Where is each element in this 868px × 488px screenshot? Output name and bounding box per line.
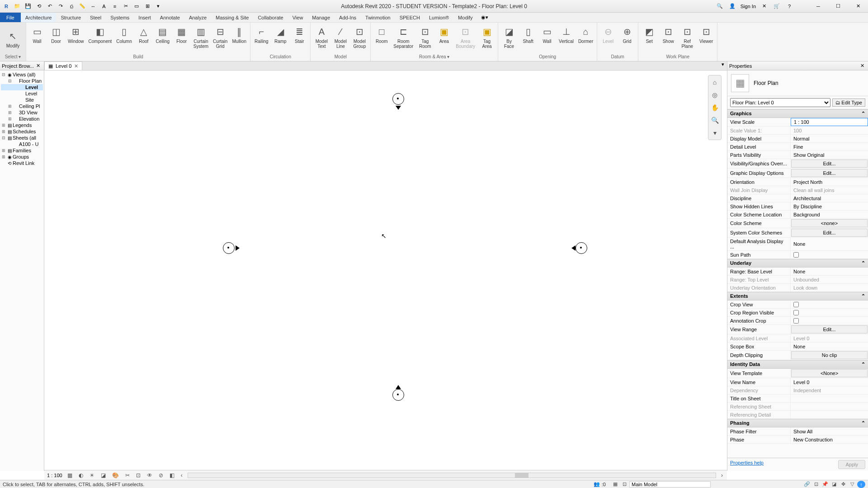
scale-label[interactable]: 1 : 100	[47, 473, 62, 478]
collapse-icon[interactable]: ⌃	[861, 293, 865, 299]
exchange-icon[interactable]: ✕	[760, 2, 769, 11]
component-button[interactable]: ◧Component	[87, 23, 114, 45]
prop-value[interactable]: Normal	[791, 135, 868, 142]
tag-area-button[interactable]: ▣Tag Area	[478, 23, 496, 50]
window-button[interactable]: ⊞Window	[66, 23, 86, 45]
horizontal-scrollbar[interactable]	[188, 473, 716, 478]
by-face-button[interactable]: ◪By Face	[500, 23, 518, 50]
collapse-icon[interactable]: ⌃	[861, 111, 865, 117]
expand-icon[interactable]: ⊞	[7, 104, 13, 108]
elevation-marker-north[interactable]	[392, 93, 404, 105]
prop-value[interactable]: Fine	[791, 143, 868, 150]
nav-zoom-icon[interactable]: 🔍	[710, 115, 720, 125]
expand-icon[interactable]: ⊞	[1, 129, 6, 134]
tag-room-button[interactable]: ⊡Tag Room	[416, 23, 434, 50]
curtain-system-button[interactable]: ▥Curtain System	[192, 23, 210, 50]
tree-item[interactable]: ⊞▤Families	[1, 147, 43, 154]
area-button[interactable]: ▣Area	[435, 23, 453, 45]
tab-collaborate[interactable]: Collaborate	[253, 13, 288, 22]
floor-button[interactable]: ▦Floor	[173, 23, 191, 45]
unhide-icon[interactable]: 👁	[146, 472, 154, 479]
model-line-button[interactable]: ∕Model Line	[331, 23, 349, 50]
column-button[interactable]: ▯Column	[114, 23, 133, 45]
tab-speech[interactable]: SPEECH	[395, 13, 425, 22]
minimize-button[interactable]: ─	[810, 0, 826, 12]
prop-value[interactable]: <none>	[791, 219, 868, 227]
prop-value[interactable]: None	[791, 267, 868, 275]
tab-annotate[interactable]: Annotate	[156, 13, 184, 22]
section-identity-data[interactable]: Identity Data⌃	[727, 360, 868, 369]
tree-item[interactable]: ⊞▤Schedules	[1, 128, 43, 135]
tab-massingsite[interactable]: Massing & Site	[211, 13, 253, 22]
visual-style-icon[interactable]: ◐	[77, 472, 85, 479]
prop-value[interactable]: Edit...	[791, 325, 868, 333]
grid-button[interactable]: ⊕Grid	[618, 23, 636, 45]
curtain-grid-button[interactable]: ⊟Curtain Grid	[211, 23, 229, 50]
elevation-marker-east[interactable]	[576, 242, 587, 254]
roof-button[interactable]: △Roof	[135, 23, 153, 45]
nav-dropdown-icon[interactable]: ▾	[710, 128, 720, 138]
model-group-button[interactable]: ⊡Model Group	[350, 23, 368, 50]
section-graphics[interactable]: Graphics⌃	[727, 109, 868, 118]
prop-value[interactable]	[791, 300, 868, 308]
tab-systems[interactable]: Systems	[106, 13, 134, 22]
prop-value[interactable]: Edit...	[791, 160, 868, 168]
drawing-canvas[interactable]: ↖ ⌂ ◎ ✋ 🔍 ▾	[44, 70, 727, 471]
room-separator-button[interactable]: ⊏Room Separator	[392, 23, 415, 50]
tree-item[interactable]: ⟲Revit Link	[1, 160, 43, 166]
prop-value[interactable]	[791, 251, 868, 258]
expand-icon[interactable]: ⊞	[7, 110, 13, 115]
select-face-icon[interactable]: ◪	[830, 481, 838, 488]
expand-icon[interactable]: ⊞	[1, 123, 6, 127]
prop-value[interactable]: <None>	[791, 369, 868, 377]
prop-value[interactable]: 1 : 100	[791, 118, 868, 126]
collapse-icon[interactable]: ⌃	[861, 361, 865, 367]
workset-field[interactable]	[629, 481, 711, 488]
shaft-button[interactable]: ▯Shaft	[519, 23, 537, 45]
instance-selector[interactable]: Floor Plan: Level 0	[730, 98, 830, 107]
mullion-button[interactable]: ‖Mullion	[230, 23, 248, 45]
tab-structure[interactable]: Structure	[56, 13, 85, 22]
prop-value[interactable]	[791, 394, 868, 402]
section-extents[interactable]: Extents⌃	[727, 292, 868, 300]
collapse-icon[interactable]: ⌃	[861, 260, 865, 266]
close-views-icon[interactable]: ⊞	[143, 2, 152, 11]
signin-label[interactable]: Sign In	[741, 4, 756, 9]
help-icon[interactable]: ?	[785, 2, 794, 11]
select-links-icon[interactable]: 🔗	[803, 481, 811, 488]
elevation-marker-west[interactable]	[223, 242, 235, 254]
ref-plane-button[interactable]: ⊡Ref Plane	[678, 23, 696, 50]
tab-modify[interactable]: Modify	[453, 13, 477, 22]
ribbon-toggle-icon[interactable]: ◉▾	[481, 13, 488, 22]
tree-item[interactable]: ⊟◉Views (all)	[1, 71, 43, 78]
measure-icon[interactable]: 📏	[78, 2, 87, 11]
chevron-left-icon[interactable]: ‹	[179, 472, 184, 479]
dormer-button[interactable]: ⌂Dormer	[576, 23, 595, 45]
user-icon[interactable]: 👤	[728, 2, 737, 11]
nav-wheel-icon[interactable]: ◎	[710, 90, 720, 100]
prop-value[interactable]: Edit...	[791, 169, 868, 177]
close-button[interactable]: ✕	[850, 0, 866, 12]
section-underlay[interactable]: Underlay⌃	[727, 259, 868, 267]
chevron-right-icon[interactable]: ›	[720, 472, 724, 479]
prop-value[interactable]: Architectural	[791, 194, 868, 202]
tabs-dropdown-icon[interactable]: ▾	[719, 61, 727, 70]
nav-home-icon[interactable]: ⌂	[710, 77, 720, 87]
checkbox[interactable]	[793, 302, 799, 307]
tab-manage[interactable]: Manage	[307, 13, 335, 22]
crop-icon[interactable]: ✂	[124, 472, 131, 479]
switch-icon[interactable]: ▾	[154, 2, 163, 11]
select-panel-label[interactable]: Select ▾	[2, 53, 24, 60]
edit-type-button[interactable]: 🗂Edit Type	[832, 99, 865, 107]
tree-item[interactable]: A100 - U	[1, 141, 43, 147]
railing-button[interactable]: ⌐Railing	[252, 23, 270, 45]
prop-value[interactable]: None	[791, 343, 868, 350]
thin-lines-icon[interactable]: ▭	[132, 2, 141, 11]
viewer-button[interactable]: ⊡Viewer	[697, 23, 715, 45]
search-icon[interactable]: 🔍	[715, 2, 724, 11]
tab-lumion[interactable]: Lumion®	[425, 13, 453, 22]
drag-icon[interactable]: ✥	[839, 481, 847, 488]
collapse-icon[interactable]: ⌃	[861, 420, 865, 426]
prop-value[interactable]	[791, 309, 868, 316]
ramp-button[interactable]: ◢Ramp	[271, 23, 289, 45]
